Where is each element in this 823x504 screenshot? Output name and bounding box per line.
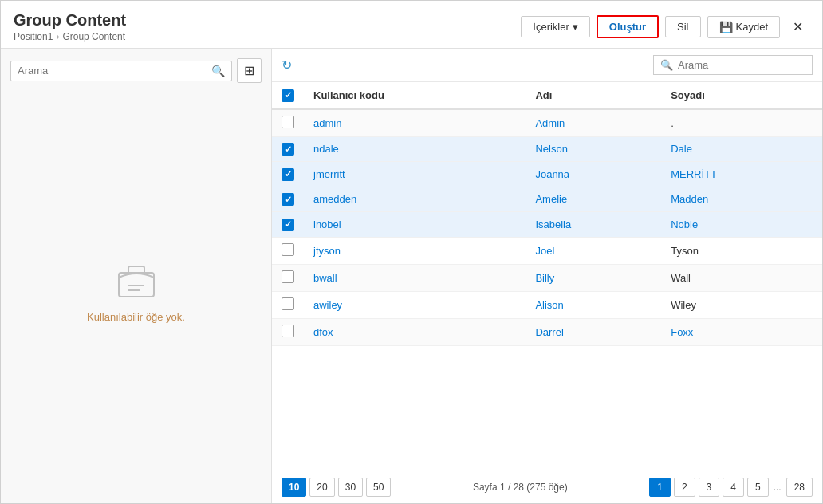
right-search-icon: 🔍	[660, 59, 673, 71]
icerikler-button[interactable]: İçerikler ▾	[521, 16, 590, 37]
cell-firstname: Admin	[526, 109, 661, 137]
page-size-20[interactable]: 20	[309, 478, 334, 497]
page-size-30[interactable]: 30	[338, 478, 363, 497]
row-checkbox-cell: ✓	[272, 187, 304, 212]
body: 🔍 ⊞ Kullanılabilir öğe yok.	[1, 49, 822, 503]
header-checkbox-cell: ✓	[272, 82, 304, 109]
username-link[interactable]: awiley	[313, 299, 342, 311]
cell-username: dfox	[304, 318, 526, 345]
cell-lastname: Wall	[661, 264, 822, 291]
page-size-10[interactable]: 10	[282, 478, 306, 497]
checkmark-icon: ✓	[285, 219, 292, 230]
col-firstname: Adı	[526, 82, 661, 109]
breadcrumb-position: Position1	[14, 31, 53, 42]
cell-firstname: Nelson	[526, 136, 661, 162]
right-search-bar: 🔍	[653, 55, 813, 75]
page-size-50[interactable]: 50	[366, 478, 391, 497]
cell-lastname: Madden	[661, 187, 822, 212]
checkmark-icon: ✓	[285, 144, 292, 155]
right-search-input[interactable]	[678, 59, 812, 71]
cell-username: ndale	[304, 136, 526, 162]
cell-lastname: MERRİTT	[661, 162, 822, 187]
row-checkbox-cell: ✓	[272, 212, 304, 238]
icerikler-label: İçerikler	[533, 21, 569, 33]
cell-lastname: .	[661, 109, 822, 137]
sil-label: Sil	[677, 21, 688, 33]
cell-lastname: Tyson	[661, 237, 822, 264]
username-link[interactable]: dfox	[313, 326, 333, 338]
refresh-button[interactable]: ↻	[282, 57, 292, 73]
breadcrumb-sep: ›	[56, 31, 59, 42]
page-4-button[interactable]: 4	[723, 478, 744, 497]
save-icon: 💾	[719, 21, 733, 33]
row-checkbox[interactable]	[282, 243, 294, 256]
row-checkbox[interactable]	[282, 116, 294, 128]
username-link[interactable]: ndale	[313, 143, 339, 155]
kaydet-button[interactable]: 💾 Kaydet	[707, 16, 780, 38]
left-search-row: 🔍 ⊞	[10, 58, 262, 83]
page-5-button[interactable]: 5	[747, 478, 769, 497]
cell-username: amedden	[304, 187, 526, 212]
close-icon: ✕	[793, 19, 803, 34]
table-row: adminAdmin.	[272, 109, 822, 137]
breadcrumb: Position1 › Group Content	[14, 31, 521, 42]
username-link[interactable]: jmerritt	[313, 168, 345, 180]
cell-firstname: Isabella	[526, 212, 661, 238]
add-button[interactable]: ⊞	[237, 58, 262, 83]
empty-state-text: Kullanılabilir öğe yok.	[87, 311, 185, 323]
table-row: bwallBillyWall	[272, 264, 822, 291]
kaydet-label: Kaydet	[736, 21, 768, 33]
checkmark-icon: ✓	[285, 195, 292, 205]
username-link[interactable]: jtyson	[313, 245, 341, 257]
page-2-button[interactable]: 2	[674, 478, 695, 497]
left-search-bar: 🔍	[10, 61, 232, 81]
cell-username: jmerritt	[304, 162, 526, 187]
row-checkbox[interactable]	[282, 270, 294, 283]
empty-state-icon	[112, 262, 160, 301]
page-1-button[interactable]: 1	[649, 478, 671, 497]
olustur-label: Oluştur	[609, 21, 646, 33]
breadcrumb-current: Group Content	[62, 31, 125, 42]
checkmark-icon: ✓	[285, 90, 292, 100]
select-all-checkbox[interactable]: ✓	[282, 89, 294, 102]
table-row: ✓ndaleNelsonDale	[272, 136, 822, 162]
olustur-button[interactable]: Oluştur	[597, 15, 659, 38]
row-checkbox-cell	[272, 318, 304, 345]
username-link[interactable]: inobel	[313, 219, 341, 230]
cell-lastname: Noble	[661, 212, 822, 238]
username-link[interactable]: admin	[313, 117, 341, 129]
sil-button[interactable]: Sil	[665, 16, 700, 37]
page-dots: ...	[772, 482, 783, 493]
row-checkbox[interactable]: ✓	[282, 143, 294, 156]
page-3-button[interactable]: 3	[699, 478, 720, 497]
row-checkbox[interactable]: ✓	[282, 219, 294, 231]
app-container: Group Content Position1 › Group Content …	[0, 0, 823, 504]
table-row: dfoxDarrelFoxx	[272, 318, 822, 345]
username-link[interactable]: amedden	[313, 193, 356, 205]
row-checkbox[interactable]	[282, 297, 294, 310]
chevron-down-icon: ▾	[573, 21, 578, 33]
username-link[interactable]: bwall	[313, 272, 337, 284]
col-username: Kullanıcı kodu	[304, 82, 526, 109]
row-checkbox-cell	[272, 264, 304, 291]
table-body: adminAdmin.✓ndaleNelsonDale✓jmerrittJoan…	[272, 109, 822, 346]
row-checkbox-cell	[272, 291, 304, 318]
row-checkbox-cell: ✓	[272, 162, 304, 187]
empty-state: Kullanılabilir öğe yok.	[10, 91, 262, 494]
table-row: jtysonJoelTyson	[272, 237, 822, 264]
left-search-input[interactable]	[18, 65, 207, 77]
table-row: ✓ameddenAmelieMadden	[272, 187, 822, 212]
right-toolbar: ↻ 🔍	[272, 49, 822, 82]
header-right: İçerikler ▾ Oluştur Sil 💾 Kaydet ✕	[521, 15, 809, 38]
page-last-button[interactable]: 28	[786, 478, 813, 497]
row-checkbox[interactable]: ✓	[282, 193, 294, 206]
close-button[interactable]: ✕	[786, 16, 809, 37]
users-table: ✓ Kullanıcı kodu Adı Soyadı adminAdmin.✓…	[272, 82, 822, 346]
cell-firstname: Alison	[526, 291, 661, 318]
row-checkbox[interactable]: ✓	[282, 168, 294, 181]
table-row: ✓jmerrittJoannaMERRİTT	[272, 162, 822, 187]
cell-firstname: Amelie	[526, 187, 661, 212]
row-checkbox[interactable]	[282, 325, 294, 337]
search-icon: 🔍	[211, 65, 225, 77]
cell-lastname: Dale	[661, 136, 822, 162]
